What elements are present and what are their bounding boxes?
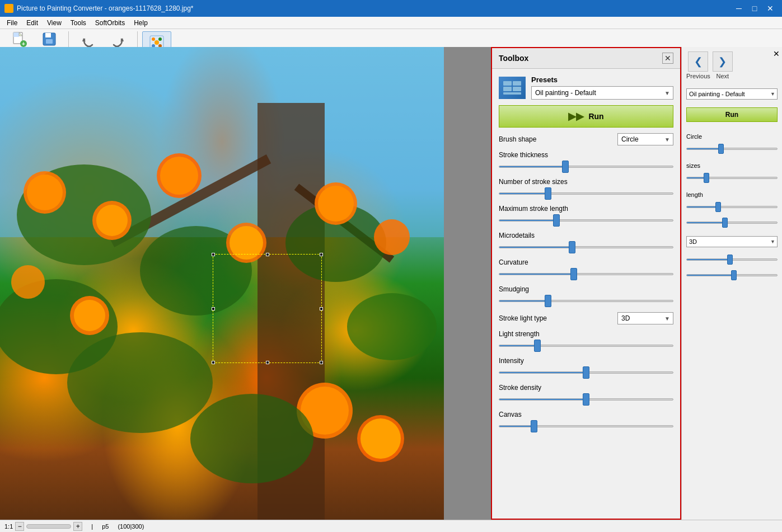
- next-button[interactable]: ❯: [713, 51, 733, 72]
- painting-background: [0, 47, 444, 520]
- close-button[interactable]: ✕: [763, 3, 778, 14]
- svg-point-10: [152, 37, 155, 41]
- maximize-button[interactable]: □: [747, 3, 762, 14]
- menu-tools[interactable]: Tools: [66, 18, 91, 28]
- max-stroke-length-control: Maximum stroke length: [499, 205, 673, 226]
- canvas-area[interactable]: [0, 47, 491, 520]
- status-info: |: [91, 523, 93, 530]
- stroke-light-select[interactable]: 3D 2D None: [617, 312, 673, 324]
- svg-point-11: [158, 37, 162, 41]
- toolbox-title: Toolbox: [499, 54, 528, 63]
- stroke-density-control: Stroke density: [499, 384, 673, 405]
- menu-view[interactable]: View: [43, 18, 66, 28]
- stroke-thickness-label: Stroke thickness: [499, 151, 673, 159]
- canvas-slider[interactable]: [499, 421, 673, 432]
- brush-shape-control: Brush shape Circle Square Diamond: [499, 133, 673, 145]
- rp-preset-select[interactable]: Oil painting - Default: [686, 88, 778, 100]
- stroke-thickness-control: Stroke thickness: [499, 151, 673, 172]
- toolbox-panel: Toolbox ✕ Presets Oil painting -: [491, 47, 681, 520]
- status-bar: 1:1 − + | p5 (100|300): [0, 520, 782, 532]
- brush-shape-label: Brush shape: [499, 135, 536, 143]
- menu-softorbits[interactable]: SoftOrbits: [91, 18, 129, 28]
- rp-slider-4[interactable]: [686, 218, 778, 227]
- presets-icon: [499, 77, 526, 99]
- brush-shape-select[interactable]: Circle Square Diamond: [617, 133, 673, 145]
- curvature-control: Curvature: [499, 258, 673, 280]
- right-panel-nav: ❮ Previous ❯ Next: [686, 51, 778, 79]
- smudging-slider[interactable]: [499, 295, 673, 307]
- minimize-button[interactable]: ─: [732, 3, 746, 14]
- presets-right: Presets Oil painting - Default Watercolo…: [531, 76, 673, 100]
- presets-label: Presets: [531, 76, 673, 84]
- max-stroke-length-label: Maximum stroke length: [499, 205, 673, 213]
- canvas-control: Canvas: [499, 411, 673, 432]
- menu-help[interactable]: Help: [129, 18, 152, 28]
- right-panel-close[interactable]: ✕: [773, 49, 780, 58]
- stroke-light-type-control: Stroke light type 3D 2D None: [499, 312, 673, 324]
- rp-brush-shape-label: Circle: [686, 133, 778, 140]
- rp-slider-6[interactable]: [686, 271, 778, 280]
- rp-slider-2[interactable]: [686, 173, 778, 182]
- right-panel: ✕ ❮ Previous ❯ Next Oil painting - Defau…: [681, 47, 782, 520]
- presets-select-wrapper: Oil painting - Default Watercolor Sketch…: [531, 86, 673, 100]
- zoom-in-button[interactable]: +: [73, 522, 82, 531]
- svg-rect-5: [45, 33, 51, 37]
- stroke-density-slider[interactable]: [499, 394, 673, 405]
- menu-edit[interactable]: Edit: [22, 18, 43, 28]
- curvature-label: Curvature: [499, 258, 673, 266]
- app-icon: [4, 4, 13, 13]
- max-stroke-length-slider[interactable]: [499, 215, 673, 226]
- smudging-control: Smudging: [499, 285, 673, 307]
- smudging-label: Smudging: [499, 285, 673, 293]
- rp-stroke-sizes-label: sizes: [686, 162, 778, 169]
- prev-button[interactable]: ❮: [688, 51, 708, 72]
- presets-select[interactable]: Oil painting - Default Watercolor Sketch…: [531, 86, 673, 100]
- intensity-slider[interactable]: [499, 367, 673, 378]
- next-label: Next: [716, 73, 729, 79]
- rp-light-select[interactable]: 3D 2D None: [686, 236, 778, 247]
- zoom-level: 1:1: [4, 523, 13, 530]
- intensity-label: Intensity: [499, 357, 673, 365]
- add-file-icon: +: [11, 31, 27, 47]
- light-strength-label: Light strength: [499, 330, 673, 338]
- rp-light-select-wrapper: 3D 2D None: [686, 236, 778, 247]
- stroke-light-select-wrapper: 3D 2D None: [617, 312, 673, 324]
- microdetails-label: Microdetails: [499, 232, 673, 239]
- zoom-slider[interactable]: [26, 524, 71, 529]
- rp-stroke-length-label: length: [686, 191, 778, 198]
- rp-run-button[interactable]: Run: [686, 107, 778, 122]
- intensity-control: Intensity: [499, 357, 673, 378]
- rp-slider-5[interactable]: [686, 255, 778, 264]
- microdetails-slider[interactable]: [499, 242, 673, 253]
- menu-file[interactable]: File: [2, 18, 22, 28]
- save-icon: [41, 31, 57, 47]
- window-title: Picture to Painting Converter - oranges-…: [17, 4, 194, 12]
- toolbox-body: Presets Oil painting - Default Watercolo…: [492, 69, 680, 439]
- brush-shape-select-wrapper: Circle Square Diamond: [617, 133, 673, 145]
- run-button[interactable]: ▶▶ Run: [499, 105, 673, 128]
- prev-label: Previous: [686, 73, 710, 79]
- toolbox-close-button[interactable]: ✕: [662, 53, 673, 64]
- menu-bar: File Edit View Tools SoftOrbits Help: [0, 17, 782, 29]
- stroke-sizes-slider[interactable]: [499, 188, 673, 199]
- zoom-controls: 1:1 − +: [4, 522, 82, 531]
- stroke-density-label: Stroke density: [499, 384, 673, 392]
- presets-row: Presets Oil painting - Default Watercolo…: [499, 76, 673, 100]
- curvature-slider[interactable]: [499, 269, 673, 280]
- svg-rect-1: [13, 32, 19, 37]
- zoom-out-button[interactable]: −: [15, 522, 24, 531]
- run-label: Run: [588, 112, 603, 121]
- light-strength-slider[interactable]: [499, 340, 673, 351]
- status-extra: p5: [102, 523, 109, 530]
- status-coords: (100|300): [118, 523, 144, 530]
- stroke-thickness-slider[interactable]: [499, 161, 673, 172]
- rp-slider-3[interactable]: [686, 203, 778, 211]
- canvas-image: [0, 47, 444, 520]
- microdetails-control: Microdetails: [499, 232, 673, 253]
- run-icon: ▶▶: [568, 110, 584, 123]
- svg-point-14: [154, 40, 159, 45]
- title-bar: Picture to Painting Converter - oranges-…: [0, 0, 782, 17]
- rp-slider-1[interactable]: [686, 144, 778, 153]
- stroke-sizes-control: Number of stroke sizes: [499, 178, 673, 199]
- rp-run-label: Run: [725, 111, 738, 119]
